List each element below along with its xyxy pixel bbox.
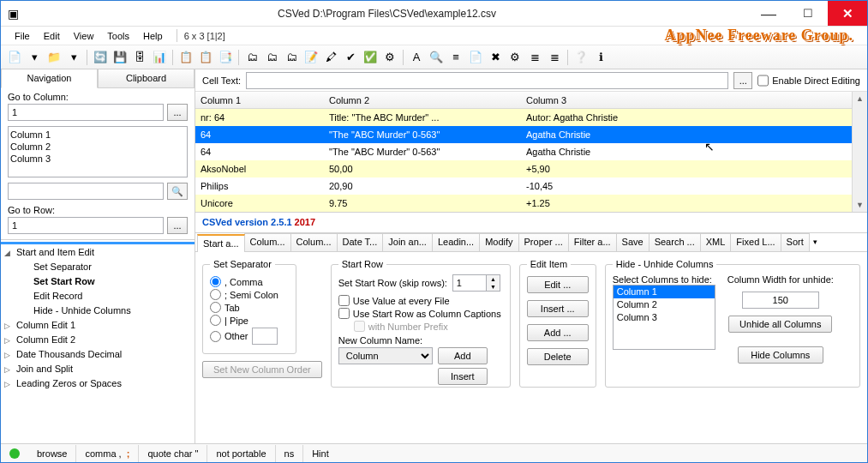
minimize-button[interactable]: — bbox=[749, 1, 788, 26]
column-list-item[interactable]: Column 3 bbox=[10, 153, 185, 165]
columns-listbox[interactable]: Column 1Column 2Column 3 bbox=[8, 126, 188, 177]
close-button[interactable]: ✕ bbox=[828, 1, 867, 26]
use-value-every-file-checkbox[interactable] bbox=[338, 295, 350, 306]
tree-item[interactable]: ◢Start and Item Edit bbox=[1, 245, 195, 260]
grid-header-cell[interactable]: Column 3 bbox=[521, 92, 852, 108]
tree-item[interactable]: Set Start Row bbox=[1, 274, 195, 289]
toolbar-button[interactable]: 🗂 bbox=[283, 49, 300, 66]
grid-row[interactable]: 64"The "ABC Murder" 0-563"Agatha Christi… bbox=[195, 126, 852, 143]
toolbar-button[interactable]: 🗄 bbox=[131, 49, 148, 66]
edit-item-button[interactable]: Add ... bbox=[527, 324, 589, 341]
data-grid[interactable]: Column 1Column 2Column 3nr: 64Title: "Th… bbox=[195, 92, 852, 212]
goto-row-button[interactable]: ... bbox=[167, 217, 188, 234]
hide-column-item[interactable]: Column 3 bbox=[614, 311, 715, 324]
column-search-button[interactable]: 🔍 bbox=[167, 183, 188, 200]
toolbar-button[interactable]: 📊 bbox=[151, 49, 168, 66]
toolbar-button[interactable]: ❔ bbox=[572, 49, 590, 66]
toolbar-button[interactable]: 📝 bbox=[302, 49, 320, 66]
options-tab[interactable]: Colum... bbox=[244, 233, 291, 251]
toolbar-button[interactable]: ≣ bbox=[526, 49, 543, 66]
use-start-row-captions-checkbox[interactable] bbox=[338, 308, 350, 319]
separator-other-input[interactable] bbox=[252, 328, 278, 345]
tree-item[interactable]: ▷Date Thousands Decimal bbox=[1, 347, 195, 362]
menu-file[interactable]: File bbox=[8, 29, 37, 43]
tree-item[interactable]: Hide - Unhide Columns bbox=[1, 304, 195, 318]
skip-rows-spinner[interactable]: ▲▼ bbox=[487, 274, 500, 292]
options-tree[interactable]: ◢Start and Item EditSet SeparatorSet Sta… bbox=[1, 239, 195, 443]
maximize-button[interactable]: ☐ bbox=[788, 1, 828, 26]
new-column-name-select[interactable]: Column bbox=[338, 347, 433, 364]
grid-row[interactable]: nr: 64Title: "The ABC Murder" ...Autor: … bbox=[195, 109, 852, 126]
menu-tools[interactable]: Tools bbox=[100, 29, 136, 43]
toolbar-button[interactable]: ≣ bbox=[546, 49, 563, 66]
toolbar-button[interactable]: 💾 bbox=[111, 49, 129, 66]
toolbar-button[interactable]: 🖍 bbox=[322, 49, 339, 66]
separator-radio[interactable] bbox=[210, 276, 221, 287]
toolbar-button[interactable]: 📁 bbox=[45, 49, 63, 66]
toolbar-button[interactable]: ≡ bbox=[447, 49, 464, 66]
toolbar-button[interactable]: 📋 bbox=[177, 49, 195, 66]
menu-help[interactable]: Help bbox=[136, 29, 170, 43]
options-tab[interactable]: Join an... bbox=[382, 233, 433, 251]
options-tab[interactable]: Fixed L... bbox=[730, 233, 781, 251]
grid-header-cell[interactable]: Column 2 bbox=[324, 92, 521, 108]
grid-header-cell[interactable]: Column 1 bbox=[195, 92, 324, 108]
column-list-item[interactable]: Column 1 bbox=[10, 129, 185, 141]
toolbar-button[interactable]: 📋 bbox=[197, 49, 214, 66]
grid-row[interactable]: Unicore9.75+1.25 bbox=[195, 195, 852, 212]
toolbar-button[interactable]: ✔ bbox=[342, 49, 359, 66]
options-tab[interactable]: Sort bbox=[781, 233, 810, 251]
toolbar-button[interactable]: ✖ bbox=[487, 49, 504, 66]
toolbar-button[interactable]: ⚙ bbox=[506, 49, 524, 66]
set-new-column-order-button[interactable]: Set New Column Order bbox=[202, 361, 322, 378]
hide-column-item[interactable]: Column 2 bbox=[614, 298, 715, 311]
column-search-input[interactable] bbox=[8, 183, 164, 200]
menu-edit[interactable]: Edit bbox=[37, 29, 67, 43]
hide-columns-button[interactable]: Hide Columns bbox=[738, 346, 823, 364]
add-column-button[interactable]: Add bbox=[438, 347, 488, 364]
options-tab[interactable]: Modify bbox=[479, 233, 518, 251]
options-tab[interactable]: Start a... bbox=[197, 234, 245, 252]
tab-navigation[interactable]: Navigation bbox=[1, 69, 98, 88]
toolbar-button[interactable]: 🔄 bbox=[92, 49, 109, 66]
grid-row[interactable]: Philips20,90-10,45 bbox=[195, 177, 852, 195]
tree-item[interactable]: ▷Join and Split bbox=[1, 362, 195, 376]
grid-vscrollbar[interactable]: ▲▼ bbox=[852, 92, 867, 212]
tab-clipboard[interactable]: Clipboard bbox=[98, 69, 195, 88]
unhide-all-button[interactable]: Unhide all Columns bbox=[728, 316, 832, 333]
toolbar-button[interactable]: ℹ bbox=[592, 49, 609, 66]
options-tab[interactable]: Proper ... bbox=[518, 233, 569, 251]
tree-item[interactable]: ▷Leading Zeros or Spaces bbox=[1, 376, 195, 391]
separator-radio[interactable] bbox=[210, 289, 221, 300]
grid-row[interactable]: AksoNobel50,00+5,90 bbox=[195, 160, 852, 177]
hide-columns-listbox[interactable]: Column 1Column 2Column 3 bbox=[613, 285, 715, 350]
toolbar-button[interactable]: 🗂 bbox=[263, 49, 280, 66]
grid-row[interactable]: 64"The "ABC Murder" 0-563"Agatha Christi… bbox=[195, 143, 852, 160]
tree-item[interactable]: ▷Column Edit 1 bbox=[1, 318, 195, 333]
options-tab[interactable]: Save bbox=[616, 233, 650, 251]
toolbar-button[interactable]: 📄 bbox=[467, 49, 484, 66]
options-tab[interactable]: Filter a... bbox=[568, 233, 617, 251]
edit-item-button[interactable]: Delete bbox=[527, 348, 589, 365]
column-list-item[interactable]: Column 2 bbox=[10, 141, 185, 153]
toolbar-button[interactable]: ⚙ bbox=[381, 49, 398, 66]
separator-radio[interactable] bbox=[210, 315, 221, 326]
tree-item[interactable]: Set Separator bbox=[1, 260, 195, 274]
tree-item[interactable]: Edit Record bbox=[1, 289, 195, 304]
toolbar-button[interactable]: ▾ bbox=[65, 49, 82, 66]
goto-column-input[interactable] bbox=[8, 104, 164, 121]
options-tab[interactable]: Colum... bbox=[290, 233, 338, 251]
insert-column-button[interactable]: Insert bbox=[438, 368, 488, 385]
options-tab[interactable]: Date T... bbox=[337, 233, 384, 251]
menu-view[interactable]: View bbox=[67, 29, 101, 43]
options-tab[interactable]: XML bbox=[700, 233, 732, 251]
edit-item-button[interactable]: Insert ... bbox=[527, 300, 589, 317]
toolbar-button[interactable]: 📑 bbox=[217, 49, 234, 66]
goto-column-button[interactable]: ... bbox=[167, 104, 188, 121]
toolbar-button[interactable]: 🔍 bbox=[428, 49, 445, 66]
options-tab[interactable]: Leadin... bbox=[432, 233, 480, 251]
skip-rows-input[interactable] bbox=[452, 274, 487, 292]
cell-text-input[interactable] bbox=[246, 72, 728, 89]
toolbar-button[interactable]: 📄 bbox=[6, 49, 23, 66]
toolbar-button[interactable]: ✅ bbox=[362, 49, 379, 66]
